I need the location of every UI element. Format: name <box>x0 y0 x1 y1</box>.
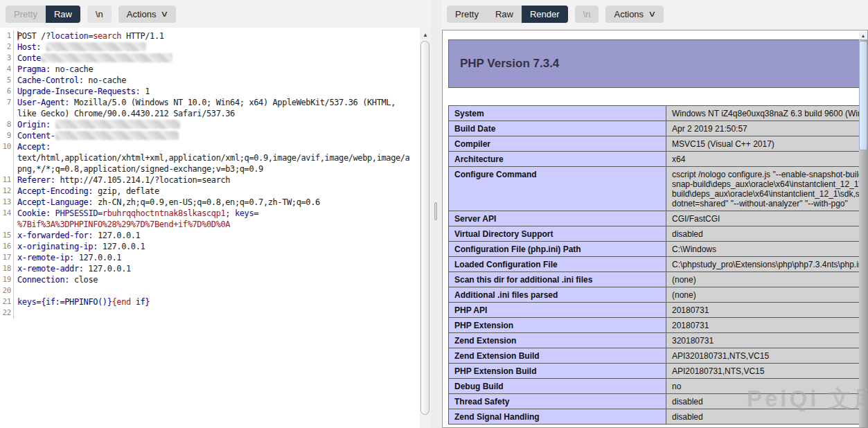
request-line: 17x-remote-ip: 127.0.0.1 <box>0 252 420 263</box>
request-line: 8Origin: <box>0 119 420 130</box>
table-row: Zend Signal Handlingdisabled <box>449 409 868 425</box>
request-line: %7Bif%3A%3DPHPINFO%28%29%7D%7Bend+if%7D%… <box>0 219 420 230</box>
request-line: 3Conte <box>0 53 420 64</box>
tab-n: \n <box>575 6 599 23</box>
request-editor[interactable]: 1POST /?location=search HTTP/1.12Host: 3… <box>0 28 420 428</box>
code-token: no-cache <box>84 75 126 85</box>
code-token: Accept-Encoding: <box>17 186 93 196</box>
line-number <box>0 163 14 175</box>
tab-pretty[interactable]: Pretty <box>447 6 487 23</box>
code-token: 127.0.0.1 <box>74 253 121 262</box>
table-row: Loaded Configuration FileC:\phpstudy_pro… <box>449 257 868 272</box>
code-token: keys <box>235 208 254 218</box>
table-row: PHP Extension20180731 <box>449 318 868 333</box>
tab-raw[interactable]: Raw <box>487 6 522 23</box>
row-label: Configuration File (php.ini) Path <box>449 242 666 256</box>
line-number: 3 <box>0 53 14 64</box>
row-value: no <box>666 379 868 393</box>
table-row: Configuration File (php.ini) PathC:\Wind… <box>449 242 868 257</box>
row-value: disabled <box>666 409 868 424</box>
row-value: 20180731 <box>666 318 868 332</box>
row-value: (none) <box>666 272 868 287</box>
line-number: 7 <box>0 97 14 108</box>
table-row: PHP API20180731 <box>449 303 868 318</box>
table-row: Configure Commandcscript /nologo configu… <box>449 167 868 211</box>
line-number: 1 <box>0 30 14 42</box>
tab-raw[interactable]: Raw <box>46 6 80 23</box>
row-label: Debug Build <box>449 379 666 393</box>
code-token: Referer: <box>17 175 55 185</box>
row-label: Build Date <box>449 121 666 136</box>
code-token: PHPSESSID <box>55 208 98 218</box>
code-token: 127.0.0.1 <box>84 264 131 274</box>
code-token: location <box>51 31 89 41</box>
row-value: 20180731 <box>666 303 868 317</box>
response-panel: PrettyRawRender\nActions∨ PHP Version 7.… <box>441 0 868 428</box>
line-number: 2 <box>0 42 14 53</box>
scroll-up-icon[interactable]: ▲ <box>420 30 431 40</box>
scrollbar-thumb[interactable] <box>859 41 867 150</box>
line-number: 8 <box>0 119 14 130</box>
line-number: 12 <box>0 186 14 197</box>
actions-button[interactable]: Actions∨ <box>605 6 663 23</box>
row-value: Windows NT iZ4q8e0uxq38naZ 6.3 build 960… <box>666 106 868 121</box>
code-token: Upgrade-Insecure-Requests: <box>17 87 140 96</box>
line-number: 17 <box>0 252 14 263</box>
code-token: x-originating-ip: <box>17 242 98 251</box>
scrollbar-thumb[interactable] <box>420 41 429 415</box>
tab-pretty: Pretty <box>6 6 46 23</box>
table-row: Architecturex64 <box>449 152 868 167</box>
row-value: API20180731,NTS,VC15 <box>666 364 868 378</box>
code-token: text/html,application/xhtml+xml,applicat… <box>17 153 409 163</box>
code-token: Accept: <box>17 142 51 152</box>
code-token: User-Agent: <box>17 98 69 107</box>
divider-drag-handle[interactable] <box>434 202 437 220</box>
code-token: if} <box>131 297 150 307</box>
code-token: rbuhrqqhoctntnak8slkascqp1 <box>103 208 225 218</box>
render-view[interactable]: PHP Version 7.3.4 SystemWindows NT iZ4q8… <box>442 30 868 428</box>
row-value: Apr 2 2019 21:50:57 <box>666 121 868 136</box>
row-label: PHP Extension <box>449 318 666 332</box>
code-token: Accept-Language: <box>17 197 93 207</box>
code-token: ; <box>225 208 235 218</box>
phpinfo-header: PHP Version 7.3.4 <box>448 39 868 88</box>
code-token <box>51 120 55 130</box>
scroll-up-icon[interactable]: ▲ <box>859 31 867 40</box>
line-number: 19 <box>0 274 14 285</box>
line-number: 15 <box>0 230 14 241</box>
request-scrollbar[interactable]: ▲ <box>420 30 431 428</box>
line-number <box>0 152 14 163</box>
code-token <box>41 42 46 52</box>
request-line: 2Host: <box>0 42 420 53</box>
table-row: Virtual Directory Supportdisabled <box>449 226 868 242</box>
row-label: System <box>449 106 666 121</box>
request-line: 1POST /?location=search HTTP/1.1 <box>0 30 420 42</box>
request-line: 18x-remote-addr: 127.0.0.1 <box>0 263 420 274</box>
line-number <box>0 108 14 119</box>
line-number: 18 <box>0 263 14 274</box>
line-number: 20 <box>0 285 14 296</box>
tab-render[interactable]: Render <box>522 6 568 23</box>
row-value: disabled <box>666 394 868 409</box>
response-scrollbar[interactable]: ▲ <box>859 31 867 428</box>
code-token: %7Bif%3A%3DPHPINFO%28%29%7D%7Bend+if%7D%… <box>17 220 230 229</box>
line-number: 11 <box>0 175 14 186</box>
tab-n[interactable]: \n <box>87 6 112 23</box>
actions-button[interactable]: Actions∨ <box>118 6 176 23</box>
table-row: PHP Extension BuildAPI20180731,NTS,VC15 <box>449 364 868 379</box>
table-row: SystemWindows NT iZ4q8e0uxq38naZ 6.3 bui… <box>449 106 868 121</box>
code-token: x-forwarded-for: <box>17 231 93 240</box>
code-token: Content- <box>17 131 55 141</box>
request-line: 7User-Agent: Mozilla/5.0 (Windows NT 10.… <box>0 97 420 108</box>
request-line: png,*/*;q=0.8,application/signed-exchang… <box>0 163 420 175</box>
line-number: 13 <box>0 197 14 208</box>
line-number: 16 <box>0 241 14 252</box>
code-token: no-cache <box>51 64 93 74</box>
request-panel: PrettyRaw\nActions∨ 1POST /?location=sea… <box>0 0 431 428</box>
line-number: 21 <box>0 296 14 307</box>
line-number: 10 <box>0 141 14 152</box>
row-label: PHP API <box>449 303 666 317</box>
table-row: Server APICGI/FastCGI <box>449 211 868 226</box>
request-tabbar: PrettyRaw\nActions∨ <box>6 0 176 28</box>
request-line: 9Content- <box>0 130 420 141</box>
